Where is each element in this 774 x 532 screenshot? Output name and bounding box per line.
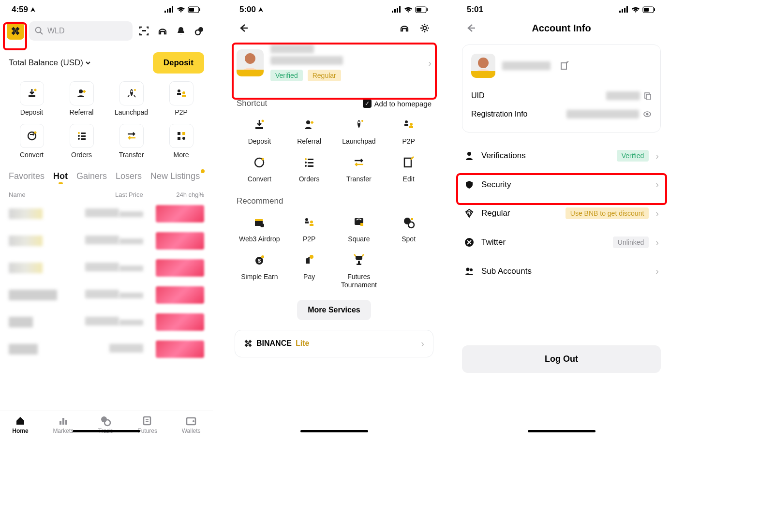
shortcut-edit[interactable]: Edit [384,153,433,183]
gear-icon [419,23,430,33]
app-logo[interactable] [7,22,24,40]
add-to-homepage-toggle[interactable]: ✓Add to homepage [363,99,432,108]
edit-button[interactable] [560,61,569,70]
location-icon [30,7,36,13]
table-row[interactable] [0,283,213,310]
svg-point-65 [305,158,307,160]
search-placeholder: WLD [47,27,65,35]
svg-rect-90 [248,340,252,343]
menu-sub-accounts[interactable]: Sub Accounts › [455,257,668,285]
copy-icon[interactable] [644,92,652,100]
coin-button[interactable] [193,24,206,38]
status-bar: 4:59 [0,0,213,18]
deposit-button[interactable]: Deposit [153,52,204,74]
svg-rect-51 [417,8,421,12]
profile-card[interactable]: Verified Regular › [228,38,440,88]
svg-point-107 [467,152,471,156]
menu-regular[interactable]: Regular Use BNB to get discount › [455,199,668,228]
search-icon [35,27,44,35]
back-button[interactable] [237,21,250,35]
svg-rect-17 [29,95,35,97]
rec-square[interactable]: Square [334,213,384,243]
shortcut-orders[interactable]: Orders [284,153,334,183]
rec-spot[interactable]: Spot [384,213,433,243]
menu-verifications[interactable]: Verifications Verified › [455,141,668,170]
market-tabs: Favorites Hot Gainers Losers New Listing… [0,162,213,184]
shortcut-launchpad[interactable]: Launchpad [106,81,156,116]
bnb-pill: Use BNB to get discount [566,207,649,219]
shortcut-convert[interactable]: Convert [7,124,57,159]
shortcut-launchpad[interactable]: Launchpad [334,115,384,145]
regular-badge: Regular [308,70,341,81]
settings-button[interactable] [418,21,432,35]
shortcut-transfer[interactable]: Transfer [334,153,384,183]
support-button[interactable] [398,21,411,35]
rec-simple-earn[interactable]: $Simple Earn [235,251,284,289]
svg-rect-46 [392,11,393,13]
chevron-right-icon: › [655,179,659,190]
scan-icon [139,26,149,36]
shortcut-grid: Deposit Referral Launchpad P2P Convert O… [0,78,213,162]
balance-row: Total Balance (USD) Deposit [0,44,213,78]
referral-icon [303,118,315,131]
svg-text:$: $ [258,258,261,264]
svg-point-42 [104,420,110,426]
tab-favorites[interactable]: Favorites [9,171,45,181]
shortcut-more[interactable]: More [156,124,206,159]
shortcut-referral[interactable]: Referral [57,81,106,116]
recommend-grid: Web3 Airdrop P2P Square Spot $Simple Ear… [228,210,440,292]
shortcut-p2p[interactable]: P2P [156,81,206,116]
nav-home[interactable]: Home [12,415,28,434]
rec-web3-airdrop[interactable]: Web3 Airdrop [235,213,284,243]
eye-icon[interactable] [643,110,652,118]
shortcut-deposit[interactable]: Deposit [235,115,284,145]
rec-p2p[interactable]: P2P [284,213,334,243]
lite-card[interactable]: BINANCE Lite › [235,330,433,357]
shortcut-deposit[interactable]: Deposit [7,81,57,116]
svg-rect-3 [172,6,173,13]
rec-pay[interactable]: Pay [284,251,334,289]
table-row[interactable] [0,256,213,283]
svg-rect-49 [399,6,401,13]
user-icon [464,151,475,161]
menu-security[interactable]: Security › [455,170,668,199]
nav-wallets[interactable]: Wallets [182,415,201,434]
support-button[interactable] [156,24,169,38]
p2p-icon [176,88,187,99]
deposit-icon [26,88,38,99]
th-price: Last Price [82,191,143,198]
search-input[interactable]: WLD [29,21,133,41]
svg-rect-88 [358,261,360,264]
table-row[interactable] [0,310,213,338]
svg-point-55 [262,120,264,122]
svg-point-58 [361,120,363,122]
svg-rect-39 [62,418,64,425]
shortcut-p2p[interactable]: P2P [384,115,433,145]
scan-button[interactable] [137,24,151,38]
notifications-button[interactable] [174,24,188,38]
tab-gainers[interactable]: Gainers [76,171,107,181]
table-row[interactable] [0,338,213,365]
shortcut-orders[interactable]: Orders [57,124,106,159]
section-title: Shortcut [237,99,267,108]
x-icon [464,237,475,247]
shortcut-referral[interactable]: Referral [284,115,334,145]
shortcut-convert[interactable]: Convert [235,153,284,183]
more-services-button[interactable]: More Services [297,300,371,320]
rec-futures-tournament[interactable]: Futures Tournament [334,251,384,289]
tab-losers[interactable]: Losers [116,171,142,181]
logout-button[interactable]: Log Out [462,345,661,373]
nav-markets[interactable]: Markets [53,415,74,434]
back-button[interactable] [464,21,477,35]
menu-twitter[interactable]: Twitter Unlinked › [455,228,668,257]
svg-rect-97 [624,8,625,13]
screen-home: 4:59 WLD Total Balance (USD) Deposit Dep… [0,0,213,435]
tab-hot[interactable]: Hot [53,171,68,181]
table-row[interactable] [0,202,213,229]
nav-futures[interactable]: Futures [137,415,157,434]
table-row[interactable] [0,229,213,256]
shortcut-transfer[interactable]: Transfer [106,124,156,159]
tab-new-listings[interactable]: New Listings [150,171,200,181]
svg-rect-54 [255,127,263,129]
balance-label[interactable]: Total Balance (USD) [9,58,91,68]
